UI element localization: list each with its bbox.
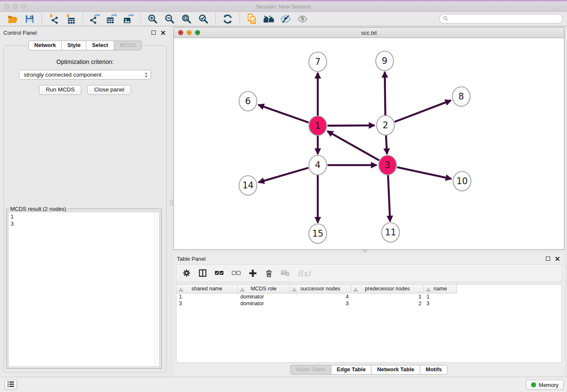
minimize-window-button[interactable]	[13, 4, 18, 9]
function-builder-icon: f(x)	[297, 268, 311, 278]
column-header-name[interactable]: name	[424, 284, 457, 293]
select-all-icon[interactable]	[215, 268, 224, 278]
network-maximize-button[interactable]: +	[195, 30, 200, 35]
mcds-result-group: MCDS result (2 nodes) 13	[6, 209, 162, 369]
control-panel-header: Control Panel	[0, 27, 170, 39]
node-2[interactable]: 2	[377, 116, 394, 135]
tab-network-table[interactable]: Network Table	[372, 365, 420, 375]
edge-1-6[interactable]	[259, 105, 309, 123]
table-panel-tabs: Node TableEdge TableNetwork TableMotifs	[173, 365, 564, 375]
column-header-MCDS-role[interactable]: MCDS role	[238, 284, 290, 293]
run-mcds-button[interactable]: Run MCDS	[39, 85, 81, 95]
node-7[interactable]: 7	[309, 52, 327, 72]
network-graph[interactable]: 7968124314101511	[174, 38, 565, 250]
mcds-result-item[interactable]: 3	[8, 220, 160, 227]
search-input[interactable]	[451, 16, 559, 22]
export-image-icon[interactable]	[122, 13, 135, 25]
network-minimize-button[interactable]: −	[187, 30, 192, 35]
table-cell: 2	[351, 301, 424, 306]
mcds-panel: Optimization criterion: strongly connect…	[3, 45, 167, 373]
vertical-splitter-handle[interactable]	[170, 200, 173, 205]
zoom-selected-icon[interactable]	[197, 13, 210, 25]
edge-2-3[interactable]	[386, 135, 387, 154]
gear-icon[interactable]	[182, 268, 191, 278]
save-session-icon[interactable]	[23, 13, 36, 25]
float-panel-icon[interactable]	[150, 29, 157, 36]
table-cell: 3	[290, 301, 351, 306]
status-bar: Memory	[0, 377, 567, 392]
table-cell: 3	[176, 301, 238, 306]
network-canvas[interactable]: 7968124314101511	[174, 38, 564, 249]
horizontal-splitter-handle[interactable]	[363, 250, 367, 252]
split-columns-icon[interactable]	[198, 268, 207, 278]
edge-2-8[interactable]	[395, 100, 451, 122]
column-label: predecessor nodes	[365, 286, 410, 292]
result-scrollbar[interactable]	[154, 212, 160, 367]
import-network-icon[interactable]	[47, 13, 61, 25]
export-table-icon[interactable]	[105, 13, 118, 25]
edge-2-9[interactable]	[385, 72, 385, 116]
delete-column-icon[interactable]	[265, 268, 273, 278]
edge-3-1[interactable]	[328, 131, 379, 160]
criterion-value: strongly connected component	[24, 72, 102, 78]
tab-mcds[interactable]: MCDS	[114, 41, 142, 50]
mcds-result-list[interactable]: 13	[8, 212, 160, 367]
memory-button[interactable]: Memory	[526, 380, 564, 390]
close-panel-button[interactable]: Close panel	[87, 85, 131, 95]
column-header-successor-nodes[interactable]: successor nodes	[290, 284, 351, 293]
node-11[interactable]: 11	[382, 223, 399, 242]
tab-style[interactable]: Style	[62, 41, 86, 50]
add-column-icon[interactable]	[248, 268, 257, 278]
app-titlebar: Session: New Session	[0, 1, 567, 12]
edge-label-tick	[351, 164, 355, 166]
zoom-in-icon[interactable]	[146, 13, 160, 25]
node-6[interactable]: 6	[239, 91, 257, 111]
task-history-button[interactable]	[4, 380, 17, 390]
import-table-icon[interactable]	[64, 13, 77, 25]
open-session-icon[interactable]	[6, 13, 19, 25]
task-list-icon	[7, 381, 15, 389]
search-box[interactable]	[439, 14, 563, 24]
criterion-select[interactable]: strongly connected component	[19, 70, 151, 80]
tab-select[interactable]: Select	[86, 41, 114, 50]
zoom-fit-icon[interactable]	[180, 13, 193, 25]
edge-3-11[interactable]	[388, 175, 390, 221]
node-3[interactable]: 3	[379, 155, 396, 175]
hide-panel-icon[interactable]	[279, 13, 292, 25]
deselect-all-icon[interactable]	[231, 268, 241, 278]
svg-text:9: 9	[382, 56, 387, 66]
tab-edge-table[interactable]: Edge Table	[331, 365, 372, 375]
network-window-title: scc.txt	[174, 30, 564, 36]
table-row[interactable]: 1dominator411	[176, 293, 561, 300]
column-header-predecessor-nodes[interactable]: predecessor nodes	[351, 284, 424, 293]
close-panel-icon[interactable]	[159, 29, 167, 36]
column-label: name	[434, 286, 447, 292]
zoom-window-button[interactable]	[21, 4, 26, 9]
export-network-icon[interactable]	[88, 13, 102, 25]
network-close-button[interactable]: x	[178, 30, 183, 35]
column-header-shared-name[interactable]: shared name	[176, 284, 238, 293]
tab-node-table[interactable]: Node Table	[290, 365, 331, 375]
tab-motifs[interactable]: Motifs	[420, 365, 448, 375]
table-panel: Table Panel f(x) shared nameMCDS rolesuc…	[173, 253, 564, 377]
table-row[interactable]: 3dominator323	[176, 300, 561, 307]
node-8[interactable]: 8	[452, 87, 470, 106]
home-icon[interactable]	[262, 13, 275, 25]
close-window-button[interactable]	[4, 4, 9, 9]
edge-3-10[interactable]	[397, 167, 451, 179]
node-15[interactable]: 15	[309, 224, 327, 243]
refresh-icon[interactable]	[221, 13, 234, 25]
node-1[interactable]: 1	[309, 116, 327, 135]
zoom-out-icon[interactable]	[163, 13, 176, 25]
node-9[interactable]: 9	[376, 51, 394, 71]
node-4[interactable]: 4	[309, 155, 327, 175]
tab-network[interactable]: Network	[28, 41, 62, 50]
clone-network-icon[interactable]	[245, 13, 259, 25]
node-10[interactable]: 10	[453, 171, 471, 191]
close-table-panel-icon[interactable]	[553, 255, 561, 262]
select-stepper-icon	[144, 72, 148, 79]
float-table-panel-icon[interactable]	[544, 255, 552, 262]
edge-4-14[interactable]	[259, 168, 308, 182]
mcds-result-item[interactable]: 1	[8, 212, 160, 220]
node-14[interactable]: 14	[239, 176, 257, 195]
